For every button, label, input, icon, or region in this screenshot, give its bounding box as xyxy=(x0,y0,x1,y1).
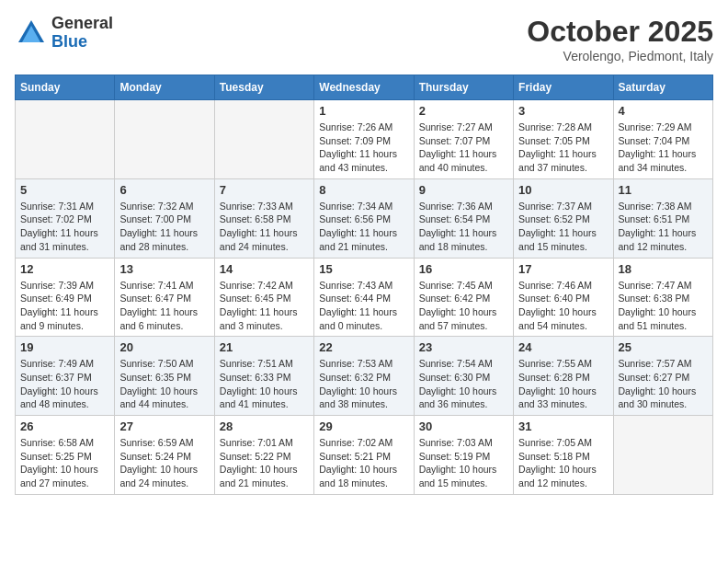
calendar-cell: 1Sunrise: 7:26 AM Sunset: 7:09 PM Daylig… xyxy=(314,100,414,179)
calendar-cell xyxy=(613,416,712,495)
day-number: 4 xyxy=(619,104,708,118)
calendar-cell: 8Sunrise: 7:34 AM Sunset: 6:56 PM Daylig… xyxy=(314,178,414,258)
calendar-cell: 6Sunrise: 7:32 AM Sunset: 7:00 PM Daylig… xyxy=(115,178,214,258)
calendar-cell: 23Sunrise: 7:54 AM Sunset: 6:30 PM Dayli… xyxy=(414,337,513,416)
day-number: 13 xyxy=(119,262,209,276)
calendar-cell: 11Sunrise: 7:38 AM Sunset: 6:51 PM Dayli… xyxy=(613,178,712,258)
day-number: 19 xyxy=(20,340,109,354)
day-info: Sunrise: 7:31 AM Sunset: 7:02 PM Dayligh… xyxy=(20,200,109,254)
calendar-cell: 22Sunrise: 7:53 AM Sunset: 6:32 PM Dayli… xyxy=(314,337,414,416)
weekday-header-saturday: Saturday xyxy=(613,75,712,100)
calendar-cell: 20Sunrise: 7:50 AM Sunset: 6:35 PM Dayli… xyxy=(115,337,214,416)
day-number: 23 xyxy=(419,340,508,354)
logo: General Blue xyxy=(15,15,113,52)
calendar-cell: 18Sunrise: 7:47 AM Sunset: 6:38 PM Dayli… xyxy=(613,258,712,337)
day-info: Sunrise: 7:32 AM Sunset: 7:00 PM Dayligh… xyxy=(119,200,209,254)
day-info: Sunrise: 7:29 AM Sunset: 7:04 PM Dayligh… xyxy=(619,121,708,175)
day-number: 16 xyxy=(419,262,508,276)
calendar-cell: 12Sunrise: 7:39 AM Sunset: 6:49 PM Dayli… xyxy=(16,258,115,337)
weekday-header-tuesday: Tuesday xyxy=(214,75,313,100)
day-number: 2 xyxy=(419,104,508,118)
day-number: 10 xyxy=(518,183,608,197)
logo-blue: Blue xyxy=(51,32,87,51)
logo-general: General xyxy=(51,14,113,32)
month-title: October 2025 xyxy=(527,15,713,49)
calendar-cell: 24Sunrise: 7:55 AM Sunset: 6:28 PM Dayli… xyxy=(514,337,613,416)
day-number: 17 xyxy=(518,262,608,276)
calendar-cell: 13Sunrise: 7:41 AM Sunset: 6:47 PM Dayli… xyxy=(115,258,214,337)
calendar-cell: 10Sunrise: 7:37 AM Sunset: 6:52 PM Dayli… xyxy=(514,178,613,258)
calendar-cell: 16Sunrise: 7:45 AM Sunset: 6:42 PM Dayli… xyxy=(414,258,513,337)
calendar-cell xyxy=(115,100,214,179)
calendar-cell: 21Sunrise: 7:51 AM Sunset: 6:33 PM Dayli… xyxy=(214,337,313,416)
day-number: 9 xyxy=(419,183,508,197)
day-info: Sunrise: 7:37 AM Sunset: 6:52 PM Dayligh… xyxy=(518,200,608,254)
day-number: 1 xyxy=(319,104,408,118)
calendar-week-row: 5Sunrise: 7:31 AM Sunset: 7:02 PM Daylig… xyxy=(16,178,713,258)
day-number: 15 xyxy=(319,262,408,276)
day-number: 24 xyxy=(518,340,608,354)
calendar-cell: 15Sunrise: 7:43 AM Sunset: 6:44 PM Dayli… xyxy=(314,258,414,337)
day-info: Sunrise: 7:39 AM Sunset: 6:49 PM Dayligh… xyxy=(20,279,109,333)
calendar-cell: 3Sunrise: 7:28 AM Sunset: 7:05 PM Daylig… xyxy=(514,100,613,179)
calendar-cell: 2Sunrise: 7:27 AM Sunset: 7:07 PM Daylig… xyxy=(414,100,513,179)
day-info: Sunrise: 7:38 AM Sunset: 6:51 PM Dayligh… xyxy=(619,200,708,254)
day-number: 20 xyxy=(119,340,209,354)
day-number: 5 xyxy=(20,183,109,197)
day-number: 14 xyxy=(220,262,309,276)
weekday-header-sunday: Sunday xyxy=(16,75,115,100)
day-info: Sunrise: 7:01 AM Sunset: 5:22 PM Dayligh… xyxy=(220,436,309,490)
day-info: Sunrise: 7:50 AM Sunset: 6:35 PM Dayligh… xyxy=(119,357,209,411)
day-info: Sunrise: 7:47 AM Sunset: 6:38 PM Dayligh… xyxy=(619,279,708,333)
day-info: Sunrise: 7:43 AM Sunset: 6:44 PM Dayligh… xyxy=(319,279,408,333)
day-info: Sunrise: 7:53 AM Sunset: 6:32 PM Dayligh… xyxy=(319,357,408,411)
day-info: Sunrise: 6:58 AM Sunset: 5:25 PM Dayligh… xyxy=(20,436,109,490)
calendar-cell: 5Sunrise: 7:31 AM Sunset: 7:02 PM Daylig… xyxy=(16,178,115,258)
page-header: General Blue October 2025 Verolengo, Pie… xyxy=(15,15,713,63)
day-info: Sunrise: 7:42 AM Sunset: 6:45 PM Dayligh… xyxy=(220,279,309,333)
calendar-cell: 30Sunrise: 7:03 AM Sunset: 5:19 PM Dayli… xyxy=(414,416,513,495)
day-info: Sunrise: 7:28 AM Sunset: 7:05 PM Dayligh… xyxy=(518,121,608,175)
calendar-cell: 4Sunrise: 7:29 AM Sunset: 7:04 PM Daylig… xyxy=(613,100,712,179)
title-block: October 2025 Verolengo, Piedmont, Italy xyxy=(527,15,713,63)
calendar-cell: 27Sunrise: 6:59 AM Sunset: 5:24 PM Dayli… xyxy=(115,416,214,495)
day-number: 26 xyxy=(20,419,109,433)
day-info: Sunrise: 7:02 AM Sunset: 5:21 PM Dayligh… xyxy=(319,436,408,490)
weekday-header-row: SundayMondayTuesdayWednesdayThursdayFrid… xyxy=(16,75,713,100)
calendar-cell: 25Sunrise: 7:57 AM Sunset: 6:27 PM Dayli… xyxy=(613,337,712,416)
day-number: 28 xyxy=(220,419,309,433)
calendar-cell xyxy=(16,100,115,179)
day-info: Sunrise: 7:05 AM Sunset: 5:18 PM Dayligh… xyxy=(518,436,608,490)
weekday-header-thursday: Thursday xyxy=(414,75,513,100)
calendar-week-row: 26Sunrise: 6:58 AM Sunset: 5:25 PM Dayli… xyxy=(16,416,713,495)
day-info: Sunrise: 7:45 AM Sunset: 6:42 PM Dayligh… xyxy=(419,279,508,333)
calendar-cell: 26Sunrise: 6:58 AM Sunset: 5:25 PM Dayli… xyxy=(16,416,115,495)
day-info: Sunrise: 7:03 AM Sunset: 5:19 PM Dayligh… xyxy=(419,436,508,490)
calendar-cell: 31Sunrise: 7:05 AM Sunset: 5:18 PM Dayli… xyxy=(514,416,613,495)
calendar-table: SundayMondayTuesdayWednesdayThursdayFrid… xyxy=(15,75,713,495)
calendar-cell: 28Sunrise: 7:01 AM Sunset: 5:22 PM Dayli… xyxy=(214,416,313,495)
day-number: 31 xyxy=(518,419,608,433)
day-info: Sunrise: 7:54 AM Sunset: 6:30 PM Dayligh… xyxy=(419,357,508,411)
weekday-header-wednesday: Wednesday xyxy=(314,75,414,100)
day-info: Sunrise: 6:59 AM Sunset: 5:24 PM Dayligh… xyxy=(119,436,209,490)
day-number: 29 xyxy=(319,419,408,433)
day-info: Sunrise: 7:41 AM Sunset: 6:47 PM Dayligh… xyxy=(119,279,209,333)
day-info: Sunrise: 7:49 AM Sunset: 6:37 PM Dayligh… xyxy=(20,357,109,411)
logo-icon xyxy=(15,17,48,50)
day-info: Sunrise: 7:26 AM Sunset: 7:09 PM Dayligh… xyxy=(319,121,408,175)
day-number: 7 xyxy=(220,183,309,197)
day-number: 30 xyxy=(419,419,508,433)
day-number: 6 xyxy=(119,183,209,197)
day-number: 11 xyxy=(619,183,708,197)
day-number: 22 xyxy=(319,340,408,354)
day-number: 8 xyxy=(319,183,408,197)
calendar-cell xyxy=(214,100,313,179)
calendar-cell: 14Sunrise: 7:42 AM Sunset: 6:45 PM Dayli… xyxy=(214,258,313,337)
day-info: Sunrise: 7:57 AM Sunset: 6:27 PM Dayligh… xyxy=(619,357,708,411)
day-number: 21 xyxy=(220,340,309,354)
calendar-cell: 9Sunrise: 7:36 AM Sunset: 6:54 PM Daylig… xyxy=(414,178,513,258)
day-number: 12 xyxy=(20,262,109,276)
day-info: Sunrise: 7:55 AM Sunset: 6:28 PM Dayligh… xyxy=(518,357,608,411)
calendar-week-row: 1Sunrise: 7:26 AM Sunset: 7:09 PM Daylig… xyxy=(16,100,713,179)
